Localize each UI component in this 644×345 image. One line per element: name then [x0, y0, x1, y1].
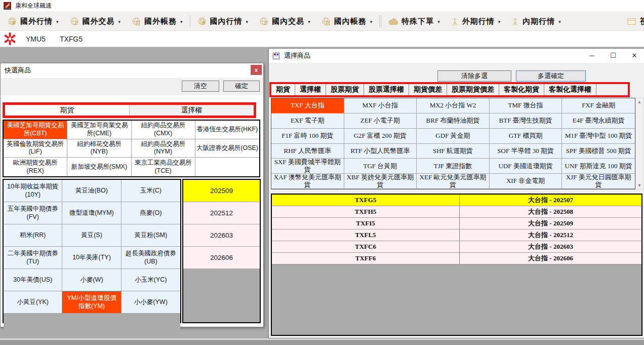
product-cell-8[interactable]: BTF 臺灣生技期貨	[490, 113, 562, 129]
product-cell-16[interactable]: YM/小型道瓊股價指數(YM)	[62, 291, 121, 314]
clear-button[interactable]: 清空	[182, 81, 219, 92]
contract-row-2[interactable]: TXFI5大台指 - 202509	[272, 218, 641, 229]
confirm-button[interactable]: 確定	[223, 81, 260, 92]
menu-item-0-2[interactable]: 國外帳務▾	[126, 12, 188, 30]
tab-right-4[interactable]: 期貨價差	[409, 84, 447, 95]
product-cell-17[interactable]: 小小麥(YW)	[122, 291, 180, 314]
exchange-cell-8[interactable]: 歐洲期貨交易所(REX)	[4, 158, 67, 176]
product-cell-15[interactable]: RHF 人民幣匯率	[271, 144, 344, 159]
contract-row-5[interactable]: TXFF6大台指 - 202606	[272, 253, 641, 264]
scroll-up-icon[interactable]: ▲	[637, 98, 642, 105]
exchange-cell-4[interactable]: 英國倫敦期貨交易所(LIF)	[4, 139, 67, 158]
exchange-cell-10[interactable]: 東京工業商品交易所(TCE)	[132, 158, 195, 176]
minimize-icon[interactable]: ─	[581, 49, 602, 63]
vertical-scrollbar[interactable]: ▲ ▼	[635, 98, 643, 189]
product-cell-23[interactable]: UDF 美國道瓊期貨	[490, 159, 562, 174]
menu-item-2-1[interactable]: 外期行情▾	[446, 12, 506, 30]
exchange-cell-3[interactable]: 香港恆生交易所(HKF)	[195, 121, 259, 139]
menu-item-1-0[interactable]: 國內行情▾	[192, 12, 254, 30]
product-cell-12[interactable]: GDF 黃金期	[417, 129, 490, 144]
exchange-cell-2[interactable]: 紐約商品交易所(CMX)	[132, 121, 195, 139]
product-cell-3[interactable]: 五年美國中期債券(FV)	[4, 202, 62, 224]
product-cell-1[interactable]: 黃豆油(BO)	[62, 180, 121, 202]
tab-right-6[interactable]: 客製化期貨	[499, 84, 544, 95]
exchange-cell-9[interactable]: 新加坡交易所(SMX)	[67, 158, 131, 176]
product-cell-14[interactable]: 小玉米(YC)	[122, 269, 180, 291]
contract-row-1[interactable]: TXFH5大台指 - 202508	[272, 206, 641, 218]
product-cell-11[interactable]: G2F 富櫃 200 期貨	[344, 129, 417, 144]
product-cell-19[interactable]: SPF 美國標普 500 期貨	[562, 144, 635, 159]
menu-item-1-2[interactable]: 國內帳務▾	[316, 12, 378, 30]
product-cell-26[interactable]: XBF 英鎊兌美元匯率期貨	[344, 174, 417, 189]
product-cell-16[interactable]: RTF 小型人民幣匯率	[344, 144, 417, 159]
scroll-down-icon[interactable]: ▼	[637, 182, 642, 189]
menu-item-0-0[interactable]: 國外行情▾	[2, 12, 64, 30]
quick-tab-0[interactable]: YMU5	[19, 31, 53, 47]
contract-row-0[interactable]: TXFG5大台指 - 202507	[272, 195, 641, 206]
menu-item-0-1[interactable]: 國外交易▾	[64, 12, 127, 30]
product-cell-11[interactable]: 超長美國政府債券(UB)	[122, 247, 180, 269]
product-cell-8[interactable]: 黃豆粉(SM)	[122, 224, 180, 247]
product-cell-18[interactable]: SOF 半導體 30 期貨	[490, 144, 562, 159]
product-cell-22[interactable]: TJF 東證指數	[417, 159, 490, 174]
product-cell-17[interactable]: SHF 航運期貨	[417, 144, 490, 159]
contract-row-3[interactable]: TXFL5大台指 - 202512	[272, 229, 641, 241]
product-cell-5[interactable]: 燕麥(O)	[122, 202, 180, 224]
product-cell-13[interactable]: GTF 櫃買期	[490, 129, 562, 144]
exchange-cell-5[interactable]: 紐約棉花交易所(NYB)	[67, 139, 131, 158]
menu-item-2-0[interactable]: 特殊下單▾	[383, 12, 446, 30]
quick-tab-1[interactable]: TXFG5	[53, 31, 90, 47]
close-icon[interactable]: x	[251, 65, 262, 75]
exchange-cell-6[interactable]: 紐約商品交易所(NYM)	[132, 139, 195, 158]
product-cell-6[interactable]: ZEF 小電子期	[344, 113, 417, 129]
tab-right-7[interactable]: 客製化選擇權	[544, 84, 596, 95]
product-cell-0[interactable]: TXF 大台指	[271, 98, 344, 113]
product-cell-0[interactable]: 10年期收益率期貨(10Y)	[4, 180, 62, 202]
left-window-titlebar[interactable]: 快選商品 x	[1, 63, 263, 78]
close-icon[interactable]: ✕	[624, 49, 644, 63]
product-cell-12[interactable]: 30年美債(US)	[4, 269, 62, 291]
month-cell-1[interactable]: 202512	[183, 202, 260, 224]
right-window-titlebar[interactable]: 選擇商品 ─ ☐ ✕	[269, 49, 644, 63]
product-cell-28[interactable]: XIF 非金電期	[490, 174, 562, 189]
tab-right-3[interactable]: 股票選擇權	[364, 84, 409, 95]
tab-left-1[interactable]: 選擇權	[129, 105, 254, 116]
product-cell-15[interactable]: 小黃豆(YK)	[4, 291, 62, 314]
product-cell-10[interactable]: F1F 富時 100 期貨	[271, 129, 344, 144]
product-cell-4[interactable]: FXF 金融期	[562, 98, 635, 113]
exchange-cell-1[interactable]: 美國芝加哥商業交易所(CME)	[67, 121, 131, 139]
menu-item-1-1[interactable]: 國內交易▾	[254, 12, 316, 30]
product-cell-4[interactable]: 微型道瓊(MYM)	[62, 202, 121, 224]
exchange-cell-7[interactable]: 大阪證券交易所(OSE)	[195, 139, 259, 158]
contract-row-4[interactable]: TXFC6大台指 - 202603	[272, 241, 641, 253]
product-cell-20[interactable]: SXF 美國費城半導體期貨	[271, 159, 344, 174]
product-cell-9[interactable]: 二年美國中期債券(TU)	[4, 247, 62, 269]
product-cell-9[interactable]: E4F 臺灣永續期貨	[562, 113, 635, 129]
product-cell-7[interactable]: 黃豆(S)	[62, 224, 121, 247]
tab-right-5[interactable]: 股票期貨價差	[447, 84, 499, 95]
tab-right-1[interactable]: 選擇權	[295, 84, 326, 95]
product-cell-10[interactable]: 10年美庫(TY)	[62, 247, 121, 269]
product-cell-6[interactable]: 稻米(RR)	[4, 224, 62, 247]
product-cell-21[interactable]: TGF 台黃期	[344, 159, 417, 174]
tab-right-0[interactable]: 期貨	[271, 84, 295, 95]
product-cell-25[interactable]: XAF 澳幣兌美元匯率期貨	[271, 174, 344, 189]
product-cell-29[interactable]: XJF 美元兌日圓匯率期貨	[562, 174, 635, 189]
product-cell-27[interactable]: XEF 歐元兌美元匯率期貨	[417, 174, 490, 189]
confirm-multi-button[interactable]: 多選確定	[516, 70, 586, 82]
maximize-icon[interactable]: ☐	[602, 49, 624, 63]
month-cell-0[interactable]: 202509	[183, 180, 260, 202]
menu-item-window[interactable]: 視	[622, 12, 644, 31]
product-cell-3[interactable]: TMF 微台指	[490, 98, 562, 113]
product-cell-2[interactable]: 玉米(C)	[122, 180, 180, 202]
product-cell-24[interactable]: UNF 那斯達克 100 期貨	[562, 159, 635, 174]
tab-right-2[interactable]: 股票期貨	[326, 84, 364, 95]
product-cell-2[interactable]: MX2 小台指 W2	[417, 98, 490, 113]
month-cell-2[interactable]: 202603	[183, 224, 260, 247]
month-cell-3[interactable]: 202606	[183, 247, 260, 269]
product-cell-1[interactable]: MXF 小台指	[344, 98, 417, 113]
menu-item-2-2[interactable]: 內期行情▾	[506, 12, 567, 30]
exchange-cell-0[interactable]: 美國芝加哥期貨交易所(CBT)	[4, 121, 67, 139]
product-cell-13[interactable]: 小麥(W)	[62, 269, 121, 291]
tab-left-0[interactable]: 期貨	[5, 105, 129, 116]
